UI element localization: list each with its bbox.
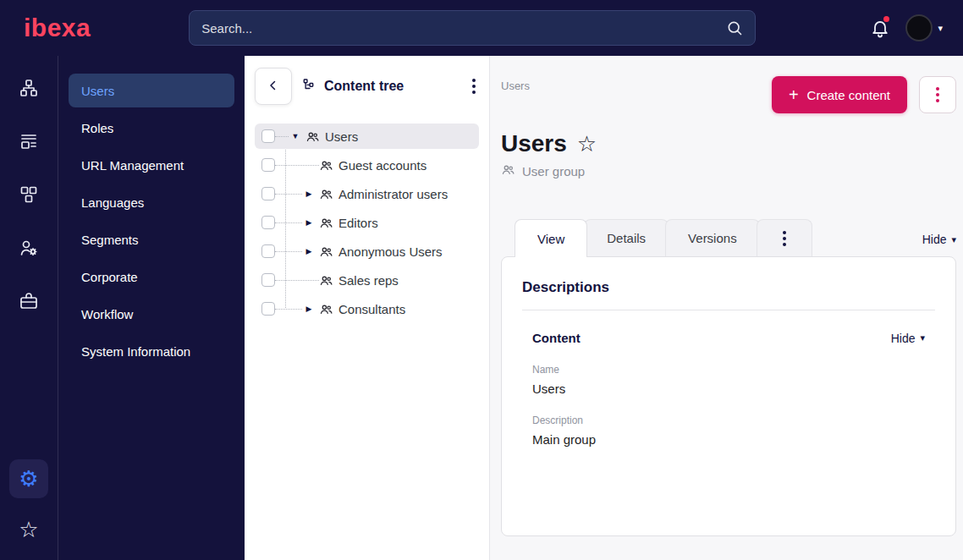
tree-checkbox[interactable] [261,244,275,258]
tree-item-label: Editors [338,216,378,230]
tree-item-sales-reps[interactable]: Sales reps [255,267,479,293]
kebab-icon [779,228,790,250]
tree-checkbox[interactable] [261,302,275,316]
view-tab-card: Descriptions Content Hide ▾ Name Users D… [501,256,956,536]
descriptions-heading: Descriptions [522,279,935,296]
caret-right-icon[interactable]: ▶ [302,189,316,198]
blocks-icon [19,184,39,208]
rail-item-modules[interactable] [0,169,58,222]
tab-details[interactable]: Details [584,219,669,256]
tree-item-label: Users [325,129,358,144]
rail-item-tools[interactable] [0,276,58,329]
sidebar-item-roles[interactable]: Roles [69,111,234,145]
topbar: ibexa ▾ [0,0,963,56]
main-icon-rail: ⚙ ☆ [0,56,58,560]
user-menu-caret-icon: ▾ [938,23,943,34]
tree-checkbox[interactable] [261,158,275,172]
tree-item-label: Guest accounts [338,158,426,173]
user-group-icon [319,216,333,230]
content-section-hide-toggle[interactable]: Hide ▾ [891,332,925,345]
field-label: Description [532,415,925,426]
tree-item-label: Administrator users [338,187,448,201]
plus-icon: + [789,86,799,103]
search-icon[interactable] [726,19,743,36]
content-section: Content Hide ▾ Name Users Description Ma… [522,331,935,447]
create-content-label: Create content [807,88,890,102]
field-name: Name Users [532,364,925,396]
tab-versions[interactable]: Versions [665,219,760,256]
rail-item-settings[interactable]: ⚙ [9,459,48,498]
user-menu[interactable]: ▾ [905,14,943,41]
tree-item-consultants[interactable]: ▶ Consultants [255,296,479,321]
ibexa-logo[interactable]: ibexa [24,15,91,41]
divider [522,310,935,310]
content-type-label: User group [522,164,585,178]
tree-checkbox[interactable] [261,273,275,287]
user-group-icon [319,158,333,173]
rail-item-content[interactable] [0,116,58,169]
sidebar-item-languages[interactable]: Languages [69,185,234,219]
sidebar-item-users[interactable]: Users [69,74,234,107]
caret-right-icon[interactable]: ▶ [302,218,316,227]
tree-kebab-menu[interactable] [469,75,479,97]
favorite-star-icon[interactable]: ☆ [577,131,597,157]
field-value: Main group [532,432,925,447]
tree-item-anonymous-users[interactable]: ▶ Anonymous Users [255,239,479,264]
content-tree-title: Content tree [324,79,404,94]
tree-item-editors[interactable]: ▶ Editors [255,210,479,235]
tree-item-users[interactable]: ▼ Users [255,124,479,149]
content-tree-list: ▼ Users Guest accou [255,124,479,321]
rail-item-bookmarks[interactable]: ☆ [19,517,38,543]
rail-item-admin[interactable] [0,222,58,276]
content-tree-panel: Content tree ▼ Users [245,56,490,560]
search-input[interactable] [201,21,726,36]
caret-right-icon[interactable]: ▶ [302,247,316,255]
tree-checkbox[interactable] [261,187,275,200]
tree-checkbox[interactable] [261,216,275,229]
content-tree-title-wrap: Content tree [302,77,404,96]
collapse-tree-button[interactable] [255,68,292,105]
create-content-button[interactable]: + Create content [772,76,907,113]
content-section-title: Content [532,331,581,345]
tab-view[interactable]: View [515,219,587,257]
main-content: Users + Create content Users ☆ [490,56,963,560]
kebab-icon [933,84,943,106]
briefcase-icon [19,291,39,315]
tree-item-administrator-users[interactable]: ▶ Administrator users [255,181,479,206]
page-kebab-menu-button[interactable] [919,76,956,113]
notifications-bell-icon[interactable] [870,18,890,38]
sidebar-item-system-information[interactable]: System Information [69,334,234,368]
gear-icon: ⚙ [19,466,38,492]
hide-all-toggle[interactable]: Hide ▾ [922,233,956,246]
caret-down-icon: ▾ [951,234,956,245]
hide-label: Hide [922,233,947,246]
topbar-right: ▾ [870,14,943,41]
tree-checkbox[interactable] [261,129,275,143]
admin-sidebar: Users Roles URL Management Languages Seg… [58,56,245,560]
field-label: Name [532,364,925,376]
sitemap-icon [19,78,39,102]
tab-bar: View Details Versions Hide ▾ [501,219,956,256]
sidebar-item-workflow[interactable]: Workflow [69,297,234,331]
sidebar-item-url-management[interactable]: URL Management [69,148,234,182]
sidebar-item-corporate[interactable]: Corporate [69,260,234,294]
rail-item-content-structure[interactable] [0,63,58,116]
tree-item-label: Sales reps [338,273,399,288]
field-value: Users [532,382,925,396]
caret-down-icon[interactable]: ▼ [289,132,302,140]
tree-item-guest-accounts[interactable]: Guest accounts [255,152,479,178]
documents-icon [19,131,39,155]
star-icon: ☆ [19,517,38,542]
sidebar-item-segments[interactable]: Segments [69,222,234,256]
user-avatar[interactable] [905,14,933,41]
breadcrumb[interactable]: Users [501,80,530,92]
user-group-icon [319,244,333,259]
caret-down-icon: ▾ [920,332,925,343]
hide-label: Hide [891,332,916,345]
chevron-left-icon [266,78,281,96]
field-description: Description Main group [532,415,925,447]
global-search-bar[interactable] [189,10,756,46]
caret-right-icon[interactable]: ▶ [302,305,316,313]
tab-more-kebab[interactable] [757,219,812,256]
tree-hierarchy-icon [302,77,317,96]
